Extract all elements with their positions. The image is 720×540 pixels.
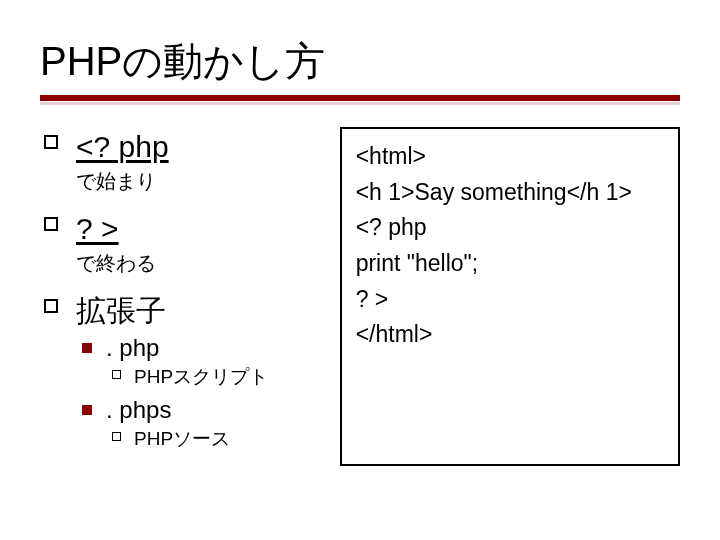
- bullet-open-tag: <? php で始まり: [40, 127, 330, 195]
- bullet-sub-head: . php: [106, 334, 330, 362]
- code-line: print "hello";: [356, 246, 664, 282]
- bullet-sub-text: PHPソース: [134, 428, 230, 449]
- bullet-head: ? >: [76, 209, 330, 248]
- code-line: <html>: [356, 139, 664, 175]
- bullet-ext-php-desc: PHPスクリプト: [106, 364, 330, 390]
- bullet-sub-head: . phps: [106, 396, 330, 424]
- title-rule: [40, 95, 680, 105]
- bullet-ext-phps: . phps PHPソース: [76, 396, 330, 452]
- slide-title: PHPの動かし方: [40, 34, 680, 89]
- slide-body: <? php で始まり ? > で終わる 拡張子 . php PHPスク: [40, 127, 680, 466]
- bullet-head: <? php: [76, 127, 330, 166]
- left-column: <? php で始まり ? > で終わる 拡張子 . php PHPスク: [40, 127, 340, 466]
- bullet-head: 拡張子: [76, 291, 330, 330]
- bullet-sub: で終わる: [76, 250, 330, 277]
- bullet-ext-phps-desc: PHPソース: [106, 426, 330, 452]
- code-line: </html>: [356, 317, 664, 353]
- code-line: <? php: [356, 210, 664, 246]
- bullet-ext-php: . php PHPスクリプト: [76, 334, 330, 390]
- bullet-extension: 拡張子 . php PHPスクリプト . phps: [40, 291, 330, 452]
- bullet-close-tag: ? > で終わる: [40, 209, 330, 277]
- code-box: <html> <h 1>Say something</h 1> <? php p…: [340, 127, 680, 466]
- title-block: PHPの動かし方: [40, 34, 680, 105]
- code-line: ? >: [356, 282, 664, 318]
- code-line: <h 1>Say something</h 1>: [356, 175, 664, 211]
- slide: PHPの動かし方 <? php で始まり ? > で終わる 拡張子: [0, 0, 720, 540]
- bullet-sub-text: PHPスクリプト: [134, 366, 268, 387]
- bullet-sub: で始まり: [76, 168, 330, 195]
